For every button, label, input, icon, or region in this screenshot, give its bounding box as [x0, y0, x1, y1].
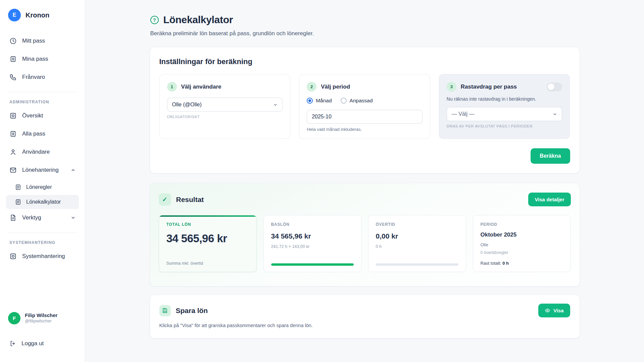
user-avatar: F: [8, 312, 20, 324]
result-value: 34 565,96 kr: [271, 232, 354, 240]
page-subtitle: Beräkna preliminär lön baserat på pass, …: [150, 30, 580, 37]
user-name: Filip Wilscher: [25, 312, 57, 319]
sidebar-item-alla-pass[interactable]: Alla pass: [6, 126, 79, 142]
sidebar-item-label: Löneregler: [26, 184, 52, 190]
app-logo[interactable]: E Kronon: [6, 9, 79, 21]
chevron-down-icon: [273, 103, 278, 107]
sidebar-item-franvaro[interactable]: Frånvaro: [6, 69, 79, 85]
page-header: ? Lönekalkylator Beräkna preliminär lön …: [150, 14, 580, 37]
show-details-button[interactable]: Visa detaljer: [528, 193, 571, 206]
result-footer: Summa inkl. övertid: [166, 261, 249, 266]
logout-button[interactable]: Logga ut: [6, 336, 79, 351]
logo-avatar: E: [8, 9, 21, 21]
show-button-label: Visa: [553, 308, 564, 313]
result-value: 34 565,96 kr: [166, 232, 249, 245]
result-value: 0,00 kr: [376, 232, 458, 240]
save-panel: Spara lön Visa Klicka på "Visa" för att …: [150, 295, 580, 339]
step-number-badge: 2: [307, 82, 316, 92]
period-input[interactable]: [307, 110, 423, 124]
sidebar-item-label: Mitt pass: [22, 38, 45, 44]
sidebar-item-label: Användare: [22, 149, 50, 155]
sidebar-item-label: Systemhantering: [22, 253, 65, 260]
user-profile[interactable]: F Filip Wilscher @filipwilscher: [6, 309, 79, 327]
sidebar: E Kronon Mitt pass Mina pass Frånvaro AD…: [0, 0, 85, 362]
result-card-overtid: ÖVERTID 0,00 kr 0 h: [368, 215, 466, 272]
step-description: Nu räknas inte rastavdrag in i beräkning…: [447, 96, 562, 102]
toggle-knob: [548, 84, 554, 90]
period-break-total: Rast totalt: 0 h: [481, 261, 563, 266]
rastavdrag-toggle[interactable]: [547, 83, 562, 91]
period-rules: 0 övertidsregler: [481, 250, 563, 255]
main-area: ? Lönekalkylator Beräkna preliminär lön …: [85, 0, 644, 362]
sidebar-item-mitt-pass[interactable]: Mitt pass: [6, 33, 79, 49]
app-layout: E Kronon Mitt pass Mina pass Frånvaro AD…: [0, 0, 644, 362]
sidebar-item-oversikt[interactable]: Översikt: [6, 108, 79, 124]
step-number-badge: 3: [447, 82, 456, 92]
step-card-user: 1 Välj användare Olle (@Olle) OBLIGATORI…: [159, 74, 291, 139]
rastavdrag-select[interactable]: — Välj —: [447, 107, 562, 121]
sidebar-heading-systemhantering: SYSTEMHANTERING: [6, 238, 79, 248]
sidebar-heading-administration: ADMINISTRATION: [6, 97, 79, 108]
sidebar-item-lonehantering[interactable]: Lönehantering: [6, 162, 79, 178]
radio-label: Månad: [316, 98, 332, 104]
logout-icon: [9, 340, 16, 347]
step-helper: Hela vald månad inkluderas.: [307, 127, 423, 132]
step-number-badge: 1: [167, 82, 177, 92]
sidebar-item-loneregler[interactable]: Löneregler: [6, 180, 79, 194]
sidebar-item-mina-pass[interactable]: Mina pass: [6, 51, 79, 67]
settings-panel: Inställningar för beräkning 1 Välj använ…: [150, 47, 580, 173]
step-card-period: 2 Välj period Månad Anpassad: [299, 74, 430, 139]
radio-circle: [341, 98, 347, 104]
step-label: Välj användare: [181, 84, 221, 90]
app-name: Kronon: [26, 11, 49, 19]
sidebar-item-label: Lönehantering: [22, 167, 65, 173]
rastavdrag-select-value: — Välj —: [452, 111, 475, 117]
sidebar-footer: F Filip Wilscher @filipwilscher Logga ut: [6, 309, 79, 353]
save-title: Spara lön: [176, 307, 208, 315]
result-card-total: TOTAL LÖN 34 565,96 kr Summa inkl. övert…: [159, 215, 257, 272]
sidebar-divider: [7, 232, 78, 233]
page-title: Lönekalkylator: [163, 14, 233, 25]
results-panel: ✓ Resultat Visa detaljer TOTAL LÖN 34 56…: [150, 183, 580, 287]
step-card-rastavdrag: 3 Rastavdrag per pass Nu räknas inte ras…: [439, 74, 570, 139]
list-icon: [9, 130, 17, 138]
result-label: PERIOD: [481, 222, 563, 227]
chevron-down-icon: [71, 215, 76, 220]
file-icon: [9, 214, 17, 221]
radio-label: Anpassad: [350, 98, 373, 104]
show-button[interactable]: Visa: [538, 304, 570, 317]
sidebar-item-label: Lönekalkylator: [26, 199, 61, 205]
step-helper: OBLIGATORISKT: [167, 115, 283, 119]
settings-title: Inställningar för beräkning: [159, 57, 570, 66]
eye-icon: [545, 308, 550, 313]
system-icon: [9, 253, 17, 260]
progress-track: [376, 263, 458, 266]
user-select[interactable]: Olle (@Olle): [167, 98, 283, 112]
overview-icon: [9, 112, 17, 119]
step-label: Rastavdrag per pass: [461, 84, 517, 90]
results-title: Resultat: [176, 196, 204, 204]
sidebar-item-label: Verktyg: [22, 214, 65, 221]
result-value: Oktober 2025: [481, 231, 563, 238]
save-icon: [159, 305, 171, 316]
list-icon: [9, 55, 17, 63]
radio-month[interactable]: Månad: [307, 98, 332, 104]
radio-custom[interactable]: Anpassad: [341, 98, 373, 104]
sidebar-item-label: Frånvaro: [22, 74, 45, 81]
calculate-button[interactable]: Beräkna: [531, 148, 570, 164]
sidebar-item-anvandare[interactable]: Användare: [6, 144, 79, 160]
sidebar-item-lonekalkylator[interactable]: Lönekalkylator: [6, 195, 79, 209]
sidebar-item-systemhantering[interactable]: Systemhantering: [6, 248, 79, 264]
chevron-down-icon: [553, 112, 557, 116]
user-select-value: Olle (@Olle): [172, 102, 202, 108]
result-label: TOTAL LÖN: [166, 222, 249, 227]
sidebar-item-verktyg[interactable]: Verktyg: [6, 210, 79, 226]
sidebar-item-label: Översikt: [22, 112, 43, 119]
progress-track: [271, 263, 354, 266]
result-label: ÖVERTID: [376, 222, 458, 227]
logout-label: Logga ut: [21, 340, 44, 347]
result-label: BASLÖN: [271, 222, 354, 227]
progress-fill: [271, 263, 354, 266]
result-card-period: PERIOD Oktober 2025 Olle 0 övertidsregle…: [473, 215, 571, 272]
phone-icon: [9, 73, 17, 81]
